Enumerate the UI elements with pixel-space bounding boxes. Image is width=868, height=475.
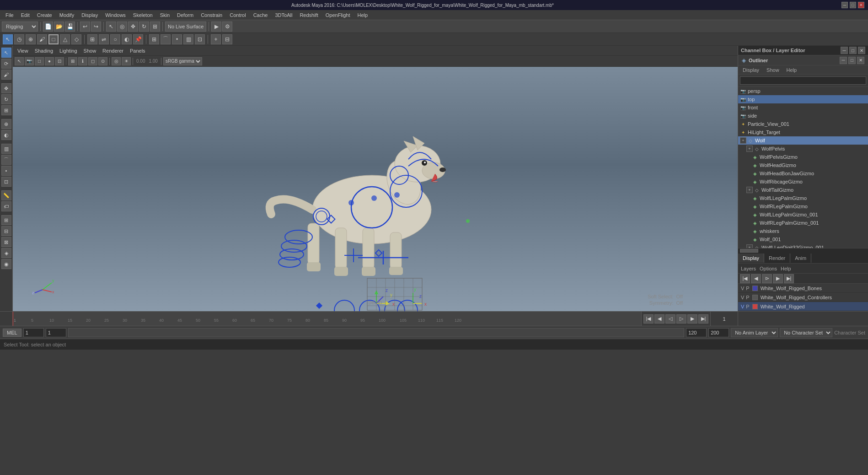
layer-row-rigged[interactable]: V P White_Wolf_Rigged [738, 302, 868, 311]
step-back-btn[interactable]: ◀ [654, 314, 664, 324]
mirror-icon[interactable]: ⇌ [99, 34, 109, 44]
menu-display[interactable]: Display [78, 11, 102, 19]
layer-color-swatch[interactable] [752, 295, 758, 300]
wireframe-on-shade-icon[interactable]: ⊡ [55, 57, 64, 65]
custom-icon[interactable]: ⊟ [222, 34, 232, 44]
help-menu[interactable]: Help [781, 266, 791, 271]
menu-3dtoall[interactable]: 3DToAll [271, 11, 296, 19]
polygon-icon[interactable]: △ [60, 34, 70, 44]
move-btn[interactable]: ✥ [1, 83, 11, 93]
layer-row-controllers[interactable]: V P White_Wolf_Rigged_Controllers [738, 293, 868, 302]
vp-show-menu[interactable]: Show [81, 47, 99, 54]
selection-icon[interactable]: ◻ [88, 57, 97, 65]
minimize-btn[interactable]: ─ [841, 2, 848, 8]
open-scene-icon[interactable]: 📂 [54, 22, 64, 32]
trackball-icon[interactable]: ⊕ [26, 34, 36, 44]
wireframe-icon[interactable]: □ [35, 57, 44, 65]
layer-row-bones[interactable]: V P White_Wolf_Rigged_Bones [738, 284, 868, 293]
range-end-input[interactable] [686, 328, 707, 337]
menu-cache[interactable]: Cache [250, 11, 272, 19]
layer-color-swatch[interactable] [752, 286, 758, 291]
outliner-scrollbar-h[interactable] [738, 248, 868, 253]
anim-tab[interactable]: Anim [790, 254, 811, 263]
panel-maximize-btn[interactable]: □ [849, 47, 857, 54]
heads-up-icon[interactable]: ℹ [78, 57, 87, 65]
undo-icon[interactable]: ↩ [80, 22, 90, 32]
soft2-icon[interactable]: ◐ [122, 34, 132, 44]
outliner-maximize-btn[interactable]: □ [848, 57, 856, 64]
anim-layer-select[interactable]: No Anim Layer [731, 328, 778, 337]
arrow-select-icon[interactable]: ↖ [3, 34, 13, 44]
expand-icon[interactable]: + [746, 244, 753, 248]
outliner-list[interactable]: 📷 persp 📷 top 📷 front 📷 side ✦ Particle_… [738, 87, 868, 248]
outliner-search-input[interactable] [740, 76, 866, 85]
outliner-item-wolfrlegpalm[interactable]: ◈ WolfRLegPalmGizmo [738, 202, 868, 211]
vp-shading-menu[interactable]: Shading [32, 47, 56, 54]
lasso-btn[interactable]: ⟳ [1, 59, 11, 69]
outliner-item-particle-view[interactable]: ✦ Particle_View_001 [738, 120, 868, 128]
annotation-btn[interactable]: 🏷 [1, 201, 11, 211]
menu-create[interactable]: Create [33, 11, 56, 19]
mode-select[interactable]: Rigging Animation Modeling [2, 22, 38, 32]
outliner-display-menu[interactable]: Display [740, 66, 762, 74]
scale-tool-icon[interactable]: ⊞ [150, 22, 160, 32]
vp-panels-menu[interactable]: Panels [127, 47, 148, 54]
layer-v-toggle[interactable]: V [741, 304, 744, 309]
layer-next2-btn[interactable]: ▶| [784, 274, 794, 283]
depth-of-field-icon[interactable]: ◎ [112, 57, 121, 65]
scrollbar-thumb[interactable] [740, 249, 758, 253]
outliner-item-wolfpelvis[interactable]: + ◇ WolfPelvis [738, 145, 868, 153]
outliner-item-top[interactable]: 📷 top [738, 95, 868, 103]
menu-openflight[interactable]: OpenFlight [322, 11, 354, 19]
render-tab[interactable]: Render [764, 254, 790, 263]
outliner-minimize-btn[interactable]: ─ [840, 57, 847, 64]
object-icon[interactable]: ◇ [71, 34, 81, 44]
measure-btn[interactable]: 📏 [1, 190, 11, 200]
snap-grid-btn[interactable]: ▥ [1, 144, 11, 154]
outliner-item-wolf[interactable]: + ◇ Wolf [738, 136, 868, 145]
char-set-select[interactable]: No Character Set [780, 328, 832, 337]
grid-icon[interactable]: ⊞ [68, 57, 77, 65]
mel-btn[interactable]: MEL [3, 329, 21, 337]
layer-p-toggle[interactable]: P [746, 304, 749, 309]
menu-skin[interactable]: Skin [156, 11, 173, 19]
snap-pt-btn[interactable]: • [1, 166, 11, 176]
snap-surface-icon[interactable]: ▥ [183, 34, 193, 44]
layer-next-btn[interactable]: ▶ [773, 274, 783, 283]
xform-icon[interactable]: ⊞ [87, 34, 97, 44]
expand-icon[interactable]: + [746, 187, 753, 193]
play-fwd-btn[interactable]: ▷ [676, 314, 686, 324]
shelf4-btn[interactable]: ◈ [1, 248, 11, 258]
outliner-item-side[interactable]: 📷 side [738, 112, 868, 120]
layer-p-toggle[interactable]: P [746, 295, 749, 300]
shelf5-btn[interactable]: ◉ [1, 259, 11, 269]
close-btn[interactable]: ✕ [858, 2, 864, 8]
soft-select-btn[interactable]: ◐ [1, 130, 11, 140]
color-space-select[interactable]: sRGB gamma [163, 57, 202, 65]
snap-crv-btn[interactable]: ⌒ [1, 155, 11, 165]
layer-skip-btn[interactable]: ⊳ [762, 274, 772, 283]
panel-minimize-btn[interactable]: ─ [841, 47, 848, 54]
viewport-3d[interactable]: y x z x y z [13, 67, 738, 311]
orbit-icon[interactable]: ◷ [14, 34, 24, 44]
menu-control[interactable]: Control [226, 11, 249, 19]
select-tool-icon[interactable]: ↖ [106, 22, 116, 32]
pin-icon[interactable]: 📌 [133, 34, 143, 44]
outliner-show-menu[interactable]: Show [764, 66, 782, 74]
save-scene-icon[interactable]: 💾 [65, 22, 75, 32]
menu-constrain[interactable]: Constrain [197, 11, 226, 19]
shelf3-btn[interactable]: ⊠ [1, 237, 11, 247]
paint-select-icon[interactable]: 🖌 [37, 34, 47, 44]
outliner-item-wolfrlegpalm001[interactable]: ◈ WolfRLegPalmGizmo_001 [738, 219, 868, 227]
outliner-item-wolf001[interactable]: ◈ Wolf_001 [738, 235, 868, 243]
new-scene-icon[interactable]: 📄 [43, 22, 53, 32]
frame-input-start[interactable] [23, 328, 44, 337]
mel-input[interactable] [68, 328, 685, 337]
frame-input-val[interactable] [46, 328, 66, 337]
expand-icon[interactable]: + [740, 137, 746, 144]
cam-select-icon[interactable]: ↖ [15, 57, 24, 65]
layers-menu[interactable]: Layers [741, 266, 756, 271]
layer-v-toggle[interactable]: V [741, 295, 744, 300]
range-end2-input[interactable] [708, 328, 729, 337]
universal-btn[interactable]: ⊕ [1, 119, 11, 129]
